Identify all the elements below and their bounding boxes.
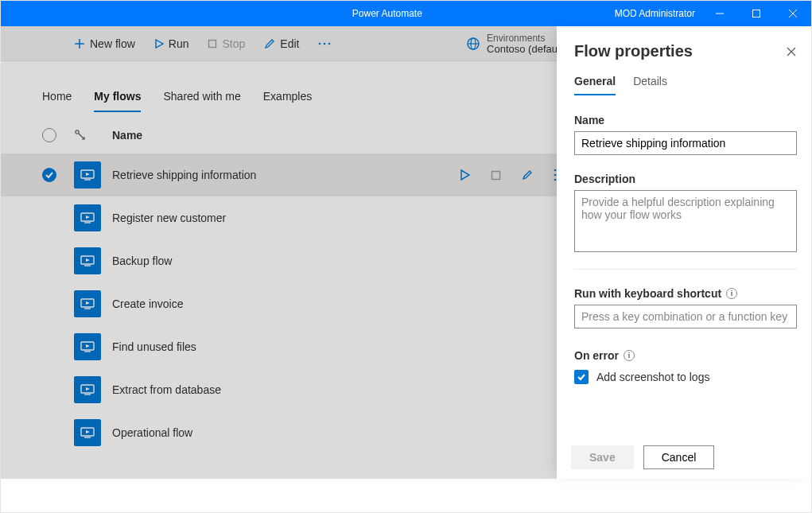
panel-title: Flow properties [574, 42, 693, 60]
cancel-button[interactable]: Cancel [643, 445, 715, 469]
title-bar: Power Automate MOD Administrator [1, 1, 811, 26]
panel-tab-general[interactable]: General [574, 75, 616, 95]
shortcut-field-label: Run with keyboard shortcut [574, 287, 721, 300]
flow-properties-panel: Flow properties General Details Name Des… [557, 26, 811, 479]
panel-close-button[interactable] [786, 46, 797, 57]
name-field-label: Name [574, 114, 797, 126]
name-field[interactable] [574, 131, 797, 155]
info-icon[interactable]: i [726, 288, 737, 299]
add-screenshot-label: Add screenshot to logs [596, 371, 709, 383]
info-icon[interactable]: i [624, 350, 635, 361]
save-button[interactable]: Save [571, 445, 634, 469]
window-minimize-button[interactable] [701, 1, 738, 26]
panel-tab-details[interactable]: Details [633, 75, 667, 95]
panel-divider [574, 269, 797, 270]
add-screenshot-checkbox[interactable] [574, 370, 589, 384]
current-user-label: MOD Administrator [615, 8, 695, 19]
description-field[interactable] [574, 190, 797, 252]
onerror-label: On error [574, 349, 619, 362]
window-close-button[interactable] [775, 1, 811, 26]
window-maximize-button[interactable] [738, 1, 775, 26]
description-field-label: Description [574, 173, 797, 185]
app-title: Power Automate [160, 8, 615, 19]
svg-rect-1 [753, 10, 760, 17]
shortcut-field[interactable] [574, 305, 797, 328]
